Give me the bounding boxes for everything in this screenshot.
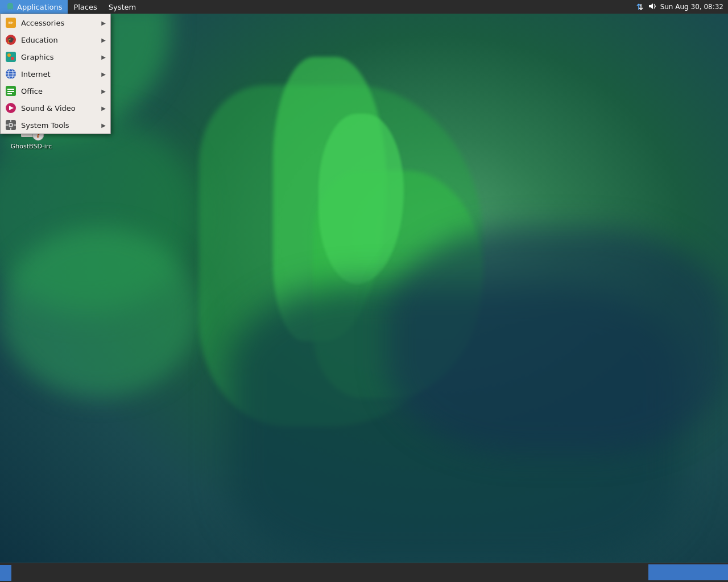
menu-item-sound-video[interactable]: Sound & Video ▶ [1, 99, 110, 117]
svg-text:🎓: 🎓 [7, 36, 15, 44]
svg-point-7 [11, 57, 14, 60]
applications-menu[interactable]: Applications [0, 0, 68, 14]
svg-rect-24 [6, 124, 8, 126]
svg-rect-22 [10, 120, 11, 122]
svg-point-21 [10, 124, 12, 126]
top-panel: Applications Places System Sun Aug 30, 0… [0, 0, 728, 14]
system-tools-icon [5, 119, 16, 131]
taskbar-left-edge [0, 565, 11, 581]
datetime: Sun Aug 30, 08:32 [660, 3, 723, 11]
irc-label: GhostBSD-irc [11, 143, 52, 150]
app-menu: ✏ Accessories ▶ 🎓 Education ▶ Graphics ▶ [0, 14, 111, 134]
ghost-icon [6, 2, 15, 11]
submenu-arrow: ▶ [101, 71, 106, 77]
svg-text:✏: ✏ [8, 19, 14, 27]
system-menu[interactable]: System [103, 0, 142, 14]
panel-right: Sun Aug 30, 08:32 [635, 2, 728, 12]
submenu-arrow: ▶ [101, 122, 106, 128]
svg-rect-15 [7, 91, 14, 92]
sound-icon [648, 2, 657, 12]
menu-item-education[interactable]: 🎓 Education ▶ [1, 31, 110, 48]
svg-point-6 [7, 53, 11, 57]
sound-video-icon [5, 102, 16, 114]
menu-item-internet[interactable]: Internet ▶ [1, 65, 110, 82]
menu-item-system-tools[interactable]: System Tools ▶ [1, 117, 110, 134]
menu-item-graphics[interactable]: Graphics ▶ [1, 48, 110, 65]
menu-item-accessories[interactable]: ✏ Accessories ▶ [1, 14, 110, 31]
svg-rect-25 [14, 124, 16, 126]
submenu-arrow: ▶ [101, 37, 106, 43]
submenu-arrow: ▶ [101, 20, 106, 26]
menu-item-office[interactable]: Office ▶ [1, 82, 110, 99]
education-icon: 🎓 [5, 34, 16, 45]
submenu-arrow: ▶ [101, 88, 106, 94]
svg-rect-23 [10, 128, 11, 130]
internet-icon [5, 68, 16, 80]
svg-rect-5 [6, 52, 16, 62]
svg-rect-14 [7, 89, 14, 90]
network-icon [635, 3, 644, 11]
taskbar-window-preview[interactable] [648, 564, 728, 580]
submenu-arrow: ▶ [101, 54, 106, 60]
office-icon [5, 85, 16, 97]
places-menu[interactable]: Places [68, 0, 102, 14]
bottom-panel [0, 563, 728, 582]
submenu-arrow: ▶ [101, 105, 106, 111]
graphics-icon [5, 51, 16, 63]
accessories-icon: ✏ [5, 17, 16, 28]
svg-rect-16 [7, 93, 12, 94]
